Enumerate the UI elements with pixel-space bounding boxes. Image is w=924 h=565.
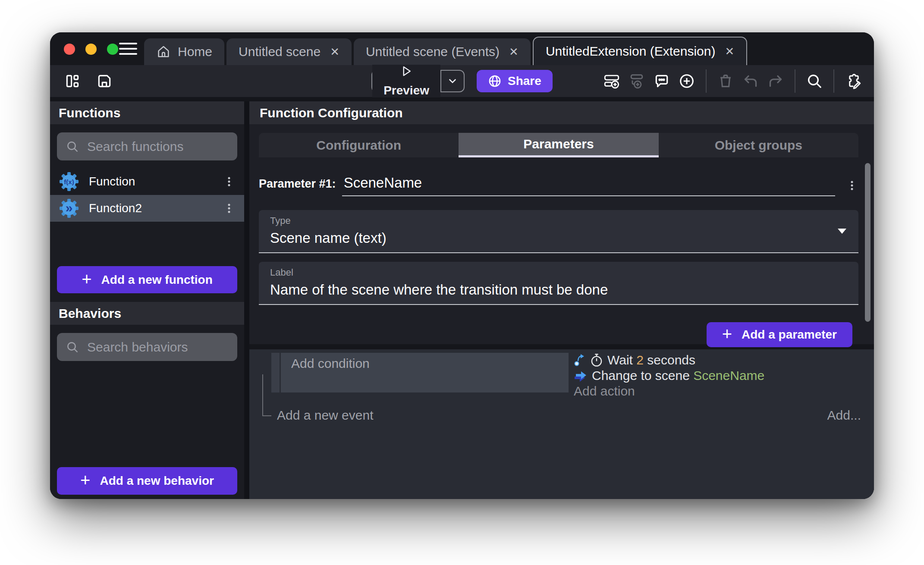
- events-footer: Add a new event Add...: [277, 408, 861, 423]
- share-button[interactable]: Share: [477, 70, 553, 92]
- dropdown-arrow-icon[interactable]: [837, 228, 847, 235]
- tab-object-groups[interactable]: Object groups: [659, 133, 858, 157]
- wait-seconds-value: 2: [636, 353, 644, 367]
- add-parameter-label: Add a parameter: [742, 328, 837, 342]
- tab-label: Home: [178, 44, 212, 59]
- add-condition-label: Add condition: [291, 356, 370, 370]
- action-change-scene[interactable]: Change to scene SceneName: [574, 368, 874, 383]
- toolbar-right: [602, 69, 863, 93]
- add-new-function-button[interactable]: + Add a new function: [57, 266, 237, 293]
- minimize-window-button[interactable]: [85, 44, 97, 55]
- parameters-editor: Configuration Parameters Object groups P…: [249, 124, 874, 344]
- function-gear-icon: f(x): [59, 171, 79, 192]
- config-tab-bar: Configuration Parameters Object groups: [259, 133, 858, 157]
- add-parameter-button[interactable]: + Add a parameter: [707, 322, 852, 347]
- toolbar-left: [63, 72, 114, 91]
- add-circle-icon[interactable]: [677, 72, 696, 91]
- function-name: Function2: [89, 201, 142, 215]
- tab-untitled-extension[interactable]: UntitledExtension (Extension) ✕: [533, 37, 747, 65]
- label-field-value: Name of the scene where the transition m…: [270, 282, 847, 298]
- tab-label: UntitledExtension (Extension): [546, 44, 716, 59]
- edit-extension-icon[interactable]: [844, 72, 863, 91]
- function-configuration-panel: Function Configuration Configuration Par…: [249, 101, 874, 499]
- tab-configuration[interactable]: Configuration: [259, 133, 459, 157]
- desktop: { "window": { "tabs": [ { "label": "Home…: [0, 0, 924, 565]
- traffic-lights: [64, 44, 118, 55]
- add-comment-icon[interactable]: [652, 72, 671, 91]
- toolbar-divider: [795, 69, 795, 93]
- add-function-label: Add a new function: [101, 273, 213, 287]
- home-icon: [156, 44, 171, 59]
- plus-icon: +: [82, 270, 91, 288]
- search-behaviors-input[interactable]: [87, 340, 254, 355]
- redo-icon[interactable]: [766, 72, 785, 91]
- panel-title-bar: Function Configuration: [249, 101, 874, 124]
- toolbar-center: Preview Share: [371, 70, 553, 92]
- add-more-button[interactable]: Add...: [827, 408, 861, 423]
- close-tab-icon[interactable]: ✕: [330, 45, 339, 59]
- change-scene-icon: [574, 370, 588, 382]
- toolbar-divider: [833, 69, 834, 93]
- list-item-function[interactable]: f(x) Function: [50, 168, 244, 195]
- open-project-manager-icon[interactable]: [63, 72, 82, 91]
- label-field-label: Label: [270, 267, 847, 278]
- plus-icon: +: [80, 471, 90, 489]
- delete-icon[interactable]: [716, 72, 735, 91]
- app-window: Home Untitled scene ✕ Untitled scene (Ev…: [50, 32, 874, 499]
- type-field-label: Type: [270, 215, 847, 226]
- parameter-header-row: Parameter #1: SceneName: [259, 175, 858, 196]
- event-drag-handle[interactable]: [271, 353, 280, 392]
- add-new-event-button[interactable]: Add a new event: [277, 408, 374, 423]
- close-tab-icon[interactable]: ✕: [725, 45, 734, 58]
- zoom-window-button[interactable]: [107, 44, 118, 55]
- scrollbar-thumb[interactable]: [865, 163, 871, 322]
- behaviors-section-header: Behaviors: [50, 302, 244, 325]
- toolbar-divider: [706, 69, 707, 93]
- main-menu-icon[interactable]: [119, 43, 137, 55]
- extension-sidebar: Functions f(x) Function: [50, 101, 249, 499]
- parameter-label-input[interactable]: Label Name of the scene where the transi…: [259, 262, 858, 305]
- functions-section-header: Functions: [50, 101, 244, 124]
- list-item-function2[interactable]: » Function2: [50, 195, 244, 222]
- event-row[interactable]: Add condition Wait 2 seconds: [271, 353, 874, 399]
- kebab-menu-icon[interactable]: [223, 175, 236, 188]
- add-action-button[interactable]: Add action: [574, 384, 874, 399]
- kebab-menu-icon[interactable]: [223, 202, 236, 215]
- tab-parameters[interactable]: Parameters: [459, 133, 658, 157]
- parameter-number-label: Parameter #1:: [259, 177, 336, 191]
- tab-untitled-scene-events[interactable]: Untitled scene (Events) ✕: [354, 38, 531, 65]
- search-icon: [66, 140, 79, 154]
- parameter-name-input[interactable]: SceneName: [342, 175, 835, 196]
- search-functions-input[interactable]: [87, 139, 254, 154]
- svg-text:f(x): f(x): [64, 178, 74, 185]
- tab-home[interactable]: Home: [144, 38, 224, 65]
- undo-icon[interactable]: [741, 72, 760, 91]
- async-icon: [574, 353, 586, 367]
- window-tab-bar: Home Untitled scene ✕ Untitled scene (Ev…: [50, 32, 874, 65]
- tab-untitled-scene[interactable]: Untitled scene ✕: [226, 38, 352, 65]
- actions-column: Wait 2 seconds Change to scene SceneName: [574, 353, 874, 399]
- preview-options-dropdown[interactable]: [440, 71, 464, 91]
- function2-gear-icon: »: [59, 198, 79, 219]
- preview-button[interactable]: Preview: [371, 70, 465, 92]
- add-condition-area[interactable]: Add condition: [281, 353, 569, 392]
- search-icon: [66, 340, 79, 354]
- add-new-behavior-button[interactable]: + Add a new behavior: [57, 467, 237, 495]
- close-window-button[interactable]: [64, 44, 75, 55]
- close-tab-icon[interactable]: ✕: [509, 45, 519, 59]
- functions-title: Functions: [59, 106, 120, 120]
- add-behavior-label: Add a new behavior: [100, 474, 214, 488]
- parameter-type-select[interactable]: Type Scene name (text): [259, 210, 858, 253]
- parameter-kebab-menu-icon[interactable]: [845, 179, 858, 192]
- chevron-down-icon: [447, 75, 458, 87]
- plus-icon: +: [722, 325, 732, 342]
- action-wait[interactable]: Wait 2 seconds: [574, 353, 874, 367]
- save-icon[interactable]: [95, 72, 114, 91]
- tab-label: Untitled scene (Events): [366, 44, 500, 59]
- event-tree-line: [262, 374, 271, 416]
- toolbar: Preview Share: [50, 65, 874, 97]
- share-label: Share: [508, 74, 541, 88]
- add-subevent-icon[interactable]: [627, 72, 646, 91]
- search-icon[interactable]: [805, 72, 824, 91]
- add-event-icon[interactable]: [602, 72, 621, 91]
